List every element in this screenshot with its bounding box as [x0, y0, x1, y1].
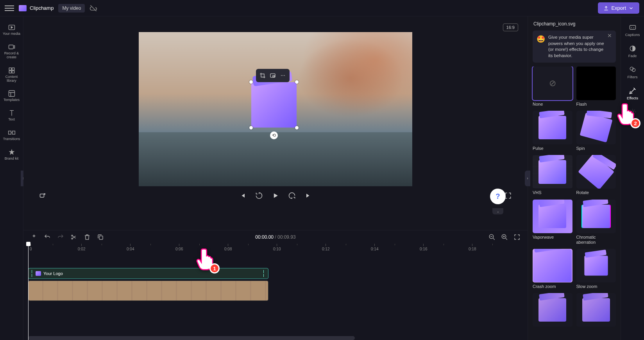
crop-icon[interactable] [258, 71, 267, 80]
clip-thumbnail-icon [36, 271, 41, 276]
skip-forward-icon[interactable] [304, 192, 312, 200]
tab-effects[interactable]: Effects [622, 85, 643, 103]
cloud-off-icon[interactable] [89, 4, 97, 12]
effect-vaporwave[interactable]: Vaporwave [533, 200, 572, 245]
tracks-area: Your Logo 1 [23, 252, 528, 331]
tab-captions[interactable]: Captions [622, 21, 643, 39]
left-sidebar: Your media Record & create Content libra… [0, 16, 23, 340]
effect-vhs[interactable]: VHS [533, 155, 572, 195]
chevron-down-icon [628, 5, 634, 11]
svg-rect-6 [9, 91, 14, 97]
redo-icon[interactable] [57, 234, 64, 241]
collapse-panel-button[interactable]: › [525, 171, 530, 186]
clipchamp-logo-icon [19, 5, 27, 11]
more-icon[interactable]: ⋯ [279, 71, 287, 80]
magic-icon[interactable] [30, 234, 38, 241]
zoom-out-icon[interactable] [488, 234, 496, 241]
record-icon [8, 43, 16, 51]
split-icon[interactable] [70, 234, 77, 241]
brand-kit-icon [8, 148, 16, 156]
close-tip-button[interactable]: ✕ [607, 33, 614, 39]
detach-audio-icon[interactable] [39, 192, 47, 200]
resize-handle-bl[interactable] [249, 126, 253, 130]
clip-grip-left[interactable] [32, 270, 33, 277]
svg-rect-5 [12, 71, 14, 73]
svg-rect-17 [630, 25, 635, 29]
effect-pulse[interactable]: Pulse [533, 111, 572, 151]
svg-rect-4 [9, 71, 11, 73]
pip-icon[interactable] [268, 71, 277, 80]
zoom-in-icon[interactable] [501, 234, 508, 241]
delete-icon[interactable] [84, 234, 91, 241]
tab-filters[interactable]: Filters [622, 63, 643, 81]
sidebar-item-templates[interactable]: Templates [1, 87, 22, 104]
export-label: Export [611, 5, 626, 11]
center-workspace: 16:9 ⋯ ⟲ [23, 16, 528, 340]
undo-icon[interactable] [44, 234, 51, 241]
skip-back-icon[interactable] [239, 192, 247, 200]
clip-grip-right[interactable] [263, 270, 265, 277]
sidebar-item-brand-kit[interactable]: Brand kit [1, 146, 22, 163]
sidebar-item-content-library[interactable]: Content library [1, 64, 22, 85]
filters-icon [629, 66, 637, 74]
transitions-icon [8, 129, 16, 137]
resize-handle-tr[interactable] [295, 80, 299, 84]
text-icon [8, 109, 16, 117]
sidebar-item-transitions[interactable]: Transitions [1, 126, 22, 144]
collapse-help-button[interactable]: ⌄ [492, 208, 503, 214]
templates-icon [8, 90, 16, 97]
svg-rect-14 [99, 236, 103, 239]
timeline-ruler[interactable]: 0 0:02 0:04 0:06 0:08 0:10 0:12 [28, 244, 528, 252]
brand[interactable]: Clipchamp [19, 5, 54, 11]
aspect-ratio-selector[interactable]: 16:9 [503, 23, 518, 31]
svg-point-21 [631, 111, 633, 113]
resize-handle-tl[interactable] [249, 80, 253, 84]
clipchamp-overlay-logo [251, 82, 297, 128]
timeline-scrollbar[interactable] [28, 336, 523, 340]
effects-icon [629, 87, 637, 95]
captions-icon [629, 23, 637, 31]
overlay-track-clip[interactable]: Your Logo [28, 268, 268, 279]
export-button[interactable]: Export [598, 2, 639, 14]
fade-icon [629, 45, 637, 52]
effect-more-2[interactable] [576, 293, 616, 328]
clip-label: Your Logo [43, 271, 63, 276]
svg-rect-1 [9, 45, 13, 49]
effect-more-1[interactable] [533, 293, 572, 328]
svg-rect-3 [12, 68, 14, 70]
preview-zone: 16:9 ⋯ ⟲ [23, 16, 528, 230]
effect-slow-zoom[interactable]: Slow zoom [576, 249, 616, 289]
rewind-icon[interactable] [255, 192, 263, 200]
effect-spin[interactable]: Spin [576, 111, 616, 151]
play-button[interactable] [272, 192, 279, 200]
menu-icon[interactable] [5, 4, 14, 13]
forward-icon[interactable] [288, 192, 296, 200]
tab-fade[interactable]: Fade [622, 42, 643, 60]
video-track-clip[interactable] [28, 281, 268, 301]
svg-point-13 [72, 238, 73, 239]
fullscreen-icon[interactable] [504, 192, 512, 200]
effect-chromatic-aberration[interactable]: Chromatic aberration [576, 200, 616, 245]
svg-rect-11 [40, 194, 44, 197]
media-icon [8, 23, 16, 31]
project-title[interactable]: My video [58, 4, 85, 13]
video-preview[interactable]: ⋯ ⟲ [139, 32, 412, 186]
selected-overlay-asset[interactable]: ⟲ [251, 82, 297, 128]
effect-none[interactable]: ⊘ None [533, 67, 572, 107]
effect-rotate[interactable]: Rotate [576, 155, 616, 195]
sidebar-item-your-media[interactable]: Your media [1, 21, 22, 38]
tab-color[interactable]: Color [622, 106, 643, 124]
svg-rect-8 [12, 131, 15, 134]
rotate-handle[interactable]: ⟲ [270, 131, 278, 139]
sidebar-item-record-create[interactable]: Record & create [1, 41, 22, 62]
starry-eyes-emoji-icon: 🤩 [537, 34, 545, 59]
resize-handle-br[interactable] [295, 126, 299, 130]
no-effect-icon: ⊘ [549, 78, 556, 88]
fit-zoom-icon[interactable] [513, 234, 521, 241]
timeline-toolbar: 00:00.00 / 00:09.93 [23, 230, 528, 244]
effect-crash-zoom[interactable]: Crash zoom [533, 249, 572, 289]
sidebar-item-text[interactable]: Text [1, 107, 22, 124]
playhead[interactable] [28, 244, 29, 340]
duplicate-icon[interactable] [97, 234, 104, 241]
effect-flash[interactable]: Flash [576, 67, 616, 107]
